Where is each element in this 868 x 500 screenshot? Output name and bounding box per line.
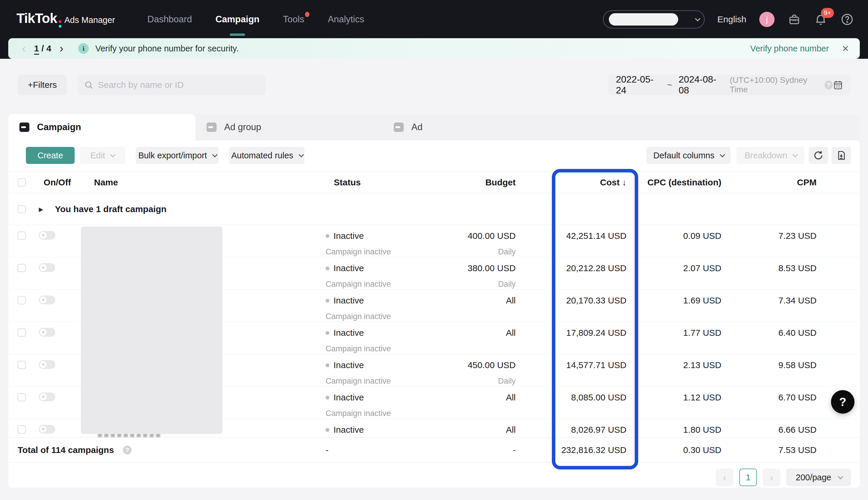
total-label: Total of 114 campaigns?	[8, 445, 311, 455]
cost-cell: 17,809.24 USD	[516, 327, 627, 354]
col-name[interactable]: Name	[76, 178, 311, 188]
campaign-toggle-off[interactable]: ✕	[39, 360, 55, 369]
ad-group-tab-icon	[206, 123, 216, 132]
bulk-export-import-button[interactable]: Bulk export/import	[136, 147, 218, 164]
refresh-icon	[813, 150, 824, 161]
create-button[interactable]: Create	[26, 147, 75, 164]
row-checkbox[interactable]	[18, 328, 26, 337]
filter-row: +Filters 2022-05-24 ~ 2024-08-08 (UTC+10…	[0, 75, 868, 95]
notifications-bell-icon[interactable]: 9+	[814, 13, 827, 26]
banner-message: Verify your phone number for security.	[95, 44, 239, 54]
date-start: 2022-05-24	[616, 74, 661, 96]
edit-button[interactable]: Edit	[79, 147, 125, 164]
row-checkbox[interactable]	[18, 393, 26, 401]
col-budget[interactable]: Budget	[449, 178, 516, 188]
status-cell: Inactive Campaign inactive	[311, 360, 449, 386]
nav-item-analytics[interactable]: Analytics	[327, 10, 365, 29]
status-dot	[326, 363, 329, 367]
budget-cell: 400.00 USD Daily	[449, 230, 516, 257]
phone-verify-banner: ‹ 1 / 4 › i Verify your phone number for…	[8, 38, 860, 59]
banner-close-icon[interactable]: ✕	[842, 44, 849, 54]
campaign-toggle-off[interactable]: ✕	[39, 231, 55, 240]
help-icon[interactable]	[841, 13, 854, 26]
nav-item-tools[interactable]: Tools	[282, 10, 305, 29]
cpc-cell: 2.07 USD	[627, 263, 721, 289]
col-cost[interactable]: Cost ↓	[516, 178, 627, 188]
draft-checkbox[interactable]	[18, 205, 26, 213]
chevron-down-icon	[720, 152, 725, 157]
row-checkbox[interactable]	[18, 231, 26, 240]
ad-tab-icon	[394, 123, 404, 132]
cpc-cell: 1.12 USD	[627, 392, 721, 419]
search-input[interactable]	[98, 80, 259, 90]
breakdown-button[interactable]: Breakdown	[736, 147, 804, 164]
prev-page-button[interactable]: ‹	[716, 468, 733, 486]
total-help-icon[interactable]: ?	[123, 446, 132, 454]
date-end: 2024-08-08	[679, 74, 723, 96]
draft-notice: You have 1 draft campaign	[55, 204, 167, 214]
next-page-button[interactable]: ›	[763, 468, 780, 486]
tab-campaign[interactable]: Campaign	[8, 114, 195, 140]
date-range-picker[interactable]: 2022-05-24 ~ 2024-08-08 (UTC+10:00) Sydn…	[608, 75, 851, 95]
col-cpc[interactable]: CPC (destination)	[627, 178, 721, 188]
cost-cell: 14,577.71 USD	[516, 360, 627, 386]
header-checkbox[interactable]	[18, 178, 26, 186]
cost-cell: 20,212.28 USD	[516, 263, 627, 289]
toggle-knob-x-icon: ✕	[40, 264, 47, 271]
row-checkbox[interactable]	[18, 361, 26, 369]
col-status[interactable]: Status	[311, 178, 449, 188]
total-row: Total of 114 campaigns? - - 232,816.32 U…	[8, 438, 860, 463]
row-checkbox[interactable]	[18, 296, 26, 304]
current-page-button[interactable]: 1	[739, 468, 757, 486]
row-checkbox[interactable]	[18, 425, 26, 434]
logo-colon-icon	[59, 20, 61, 27]
col-on-off[interactable]: On/Off	[39, 178, 76, 188]
floating-help-button[interactable]: ?	[831, 390, 855, 413]
toggle-knob-x-icon: ✕	[40, 425, 47, 433]
status-dot	[326, 299, 329, 303]
tab-ad[interactable]: Ad	[383, 114, 570, 140]
entity-tabs: Campaign Ad group Ad	[8, 114, 860, 140]
nav-item-dashboard[interactable]: Dashboard	[147, 10, 193, 29]
refresh-button[interactable]	[809, 147, 828, 164]
toggle-knob-x-icon: ✕	[40, 296, 47, 304]
nav-item-campaign[interactable]: Campaign	[215, 10, 260, 29]
chevron-down-icon	[212, 152, 217, 157]
expand-caret-icon[interactable]: ▸	[39, 204, 43, 214]
export-button[interactable]	[832, 147, 851, 164]
toggle-knob-x-icon: ✕	[40, 231, 47, 239]
status-dot	[326, 396, 329, 399]
pagination: ‹ 1 › 200/page	[716, 468, 851, 486]
avatar[interactable]: j	[759, 12, 775, 27]
chevron-down-icon	[111, 152, 116, 157]
calendar-icon	[833, 80, 843, 90]
banner-prev-icon[interactable]: ‹	[19, 42, 29, 55]
account-selector[interactable]	[603, 10, 704, 29]
search-box[interactable]	[77, 75, 266, 95]
briefcase-icon[interactable]	[788, 13, 801, 26]
language-selector[interactable]: English	[718, 14, 746, 24]
toggle-knob-x-icon: ✕	[40, 361, 47, 368]
cpm-cell: 6.66 USD	[721, 424, 816, 438]
campaign-toggle-off[interactable]: ✕	[39, 328, 55, 337]
campaign-toggle-off[interactable]: ✕	[39, 393, 55, 401]
campaign-toggle-off[interactable]: ✕	[39, 263, 55, 272]
cpm-cell: 9.58 USD	[721, 360, 816, 386]
notification-badge: 9+	[821, 8, 834, 18]
automated-rules-button[interactable]: Automated rules	[229, 147, 304, 164]
tab-ad-group[interactable]: Ad group	[195, 114, 383, 140]
status-cell: Inactive Campaign inactive	[311, 327, 449, 354]
page-size-select[interactable]: 200/page	[786, 468, 851, 486]
filters-button[interactable]: +Filters	[18, 75, 67, 95]
verify-phone-link[interactable]: Verify phone number	[750, 44, 829, 54]
col-cpm[interactable]: CPM	[721, 178, 816, 188]
budget-cell: All	[449, 424, 516, 438]
banner-pagination: 1 / 4	[34, 44, 51, 54]
banner-next-icon[interactable]: ›	[56, 42, 66, 55]
timezone-help-icon[interactable]: ?	[824, 80, 833, 89]
row-checkbox[interactable]	[18, 264, 26, 272]
campaign-toggle-off[interactable]: ✕	[39, 425, 55, 434]
sort-desc-icon[interactable]: ↓	[622, 178, 627, 187]
default-columns-button[interactable]: Default columns	[646, 147, 731, 164]
campaign-toggle-off[interactable]: ✕	[39, 296, 55, 304]
